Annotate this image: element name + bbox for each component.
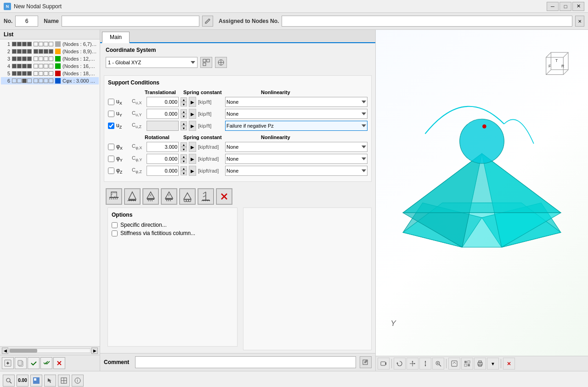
uy-spin-down[interactable]: ▼ [181, 114, 187, 118]
phiz-arrow-btn[interactable]: ▶ [189, 166, 196, 176]
vp-move-xy-button[interactable] [407, 358, 418, 370]
phix-spin-down[interactable]: ▼ [181, 147, 187, 151]
status-value-button[interactable]: 0.00 [17, 375, 28, 387]
phiz-spring-input[interactable] [147, 166, 179, 176]
phiy-spin-up[interactable]: ▲ [181, 154, 187, 159]
uz-spin-up[interactable]: ▲ [181, 121, 187, 126]
phiy-spring-input[interactable] [147, 154, 179, 164]
support-all-button[interactable] [106, 188, 122, 205]
uz-spring-input[interactable] [147, 121, 179, 131]
scroll-track[interactable] [9, 348, 90, 353]
list-item[interactable]: 5 (Nodes : 18,19) | Rc [1, 70, 99, 77]
support-hinge-y-button[interactable]: Y [161, 188, 177, 205]
vp-view-button[interactable] [448, 358, 460, 370]
support-roller-button[interactable] [179, 188, 196, 205]
check-button[interactable] [28, 357, 40, 369]
uy-spin-up[interactable]: ▲ [181, 109, 187, 114]
ux-nonlin-select[interactable]: None Failure if negative Pz [225, 97, 368, 107]
list-item[interactable]: 2 (Nodes : 8,9) | Fixe [1, 48, 99, 55]
ux-spin-down[interactable]: ▼ [181, 102, 187, 107]
comment-section: Comment [100, 353, 375, 371]
name-input[interactable] [62, 16, 199, 27]
status-mode-button[interactable] [30, 375, 42, 387]
status-info-button[interactable]: i [72, 375, 84, 387]
scroll-left-arrow[interactable]: ◀ [2, 348, 8, 354]
assigned-clear-button[interactable]: ✕ [575, 16, 584, 27]
vp-print-button[interactable] [474, 358, 486, 370]
ux-spin-up[interactable]: ▲ [181, 97, 187, 102]
list-item[interactable]: 6 Cφx : 3.000 kipft/r [1, 77, 99, 84]
list-header: List [0, 30, 100, 39]
add-button[interactable] [2, 357, 14, 369]
status-select-button[interactable] [44, 375, 56, 387]
ux-checkbox[interactable] [108, 99, 114, 105]
specific-direction-checkbox[interactable] [112, 222, 118, 228]
copy-button[interactable] [15, 357, 27, 369]
support-remove-button[interactable] [216, 188, 232, 205]
phix-nonlin-select[interactable]: None [225, 142, 368, 152]
comment-edit-button[interactable] [360, 356, 372, 368]
phix-spring-input[interactable] [147, 142, 179, 152]
uz-checkbox[interactable] [108, 123, 114, 129]
maximize-button[interactable]: □ [560, 2, 571, 11]
viewport-background: F T R [376, 30, 588, 371]
no-field-group: No. [4, 16, 38, 27]
support-pin-button[interactable] [124, 188, 141, 205]
uy-arrow-btn[interactable]: ▶ [189, 109, 196, 119]
comment-input[interactable] [135, 356, 356, 368]
phix-spin-up[interactable]: ▲ [181, 142, 187, 147]
name-edit-button[interactable] [202, 16, 213, 27]
list-scroll-bar[interactable]: ◀ ▶ [0, 346, 100, 355]
ux-row: uX Cu,X ▲ ▼ ▶ [kip/ft] None Failure if n… [108, 97, 368, 107]
no-input[interactable] [15, 16, 38, 27]
phiy-checkbox[interactable] [108, 156, 114, 162]
stiffness-column-checkbox[interactable] [112, 230, 118, 236]
phiy-arrow-btn[interactable]: ▶ [189, 154, 196, 164]
uz-spin-down[interactable]: ▼ [181, 126, 187, 130]
svg-line-37 [170, 200, 171, 201]
tab-main[interactable]: Main [102, 32, 130, 43]
check-all-button[interactable] [40, 357, 52, 369]
list-item[interactable]: 4 (Nodes : 16,17) | Rc [1, 62, 99, 70]
list-item[interactable]: 1 (Nodes : 6,7) | Hing [1, 40, 99, 48]
phiy-nonlin-select[interactable]: None [225, 154, 368, 164]
list-item[interactable]: 3 (Nodes : 12,14) | Rc [1, 55, 99, 62]
coordinate-system-select[interactable]: 1 - Global XYZ [106, 57, 198, 68]
delete-button[interactable] [53, 357, 65, 369]
phiz-spin-up[interactable]: ▲ [181, 166, 187, 171]
uz-nonlin-select[interactable]: None Failure if negative Pz [225, 121, 368, 131]
vp-display-button[interactable] [461, 358, 473, 370]
close-button[interactable]: ✕ [572, 2, 584, 11]
assigned-input[interactable] [282, 16, 572, 27]
viewport-toolbar: ▼ [376, 356, 588, 371]
vp-camera-button[interactable] [378, 358, 390, 370]
vp-rotate-button[interactable] [394, 358, 406, 370]
uy-checkbox[interactable] [108, 111, 114, 117]
svg-marker-20 [129, 192, 136, 199]
scroll-right-arrow[interactable]: ▶ [91, 348, 98, 354]
svg-rect-85 [452, 361, 457, 366]
phix-arrow-btn[interactable]: ▶ [189, 142, 196, 152]
vp-dropdown-button[interactable]: ▼ [487, 358, 499, 370]
vp-move-z-button[interactable] [419, 358, 431, 370]
uy-spring-input[interactable] [147, 109, 179, 119]
uy-nonlin-select[interactable]: None Failure if negative Pz [225, 109, 368, 119]
ux-spring-input[interactable] [147, 97, 179, 107]
phix-checkbox[interactable] [108, 144, 114, 150]
phiz-nonlin-select[interactable]: None [225, 166, 368, 176]
status-search-button[interactable] [3, 375, 15, 387]
phiz-spin-down[interactable]: ▼ [181, 171, 187, 175]
coord-btn-1[interactable] [200, 57, 212, 68]
phiz-checkbox[interactable] [108, 168, 114, 174]
status-view-button[interactable] [58, 375, 70, 387]
minimize-button[interactable]: ─ [547, 2, 559, 11]
vp-zoom-button[interactable] [432, 358, 444, 370]
coord-btn-2[interactable] [215, 57, 227, 68]
svg-line-35 [166, 200, 167, 201]
support-hinge-x-button[interactable]: X [142, 188, 159, 205]
ux-arrow-btn[interactable]: ▶ [189, 97, 196, 107]
phiy-spin-down[interactable]: ▼ [181, 159, 187, 163]
support-custom-button[interactable] [198, 188, 214, 205]
vp-target-button[interactable] [503, 358, 515, 370]
uz-arrow-btn[interactable]: ▶ [189, 121, 196, 131]
